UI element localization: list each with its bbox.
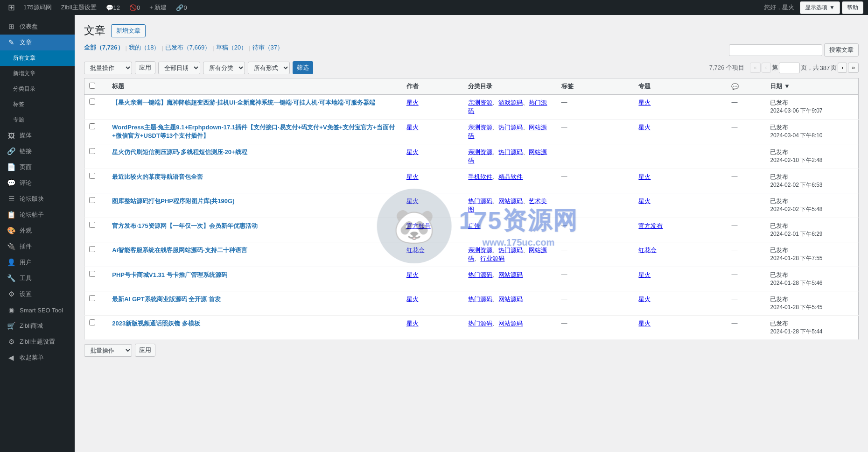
sidebar-item-collapse[interactable]: ◀ 收起菜单 [0,350,75,366]
category-filter-select[interactable]: 所有分类 [203,62,245,74]
category-link[interactable]: 广告 [468,222,480,229]
category-link[interactable]: 精品软件 [498,173,523,180]
post-title-link[interactable]: PHP号卡商城V1.31 号卡推广管理系统源码 [112,271,227,278]
apply-button[interactable]: 应用 [135,61,155,74]
row-checkbox[interactable] [89,148,95,154]
post-title-link[interactable]: 星火仿代刷短信测压源码·多线程短信测压·20+线程 [112,148,247,155]
sidebar-item-forum-sections[interactable]: ☰ 论坛版块 [0,191,75,207]
sidebar-item-add-post[interactable]: 新增文章 [0,66,75,81]
adminbar-spam[interactable]: 🚫 0 [126,0,144,15]
current-page-input[interactable]: 1 [779,63,800,73]
last-page-button[interactable]: » [848,63,859,73]
date-filter-select[interactable]: 全部日期 [158,62,200,74]
category-link[interactable]: 热门源码 [468,320,492,327]
category-link[interactable]: 亲测资源 [468,247,492,254]
sidebar-item-topics[interactable]: 专题 [0,112,75,127]
author-link[interactable]: 星火 [406,99,419,106]
adminbar-comments[interactable]: 💬 12 [102,0,124,15]
post-title-link[interactable]: 图库整站源码打包PHP程序附图片库(共190G) [112,198,234,205]
sidebar-item-dashboard[interactable]: ⊞ 仪表盘 [0,19,75,35]
category-link[interactable]: 亲测资源 [468,99,492,106]
filter-all[interactable]: 全部（7,726） [84,43,124,52]
category-link[interactable]: 网站源码 [498,271,523,278]
bulk-actions-select-bottom[interactable]: 批量操作 移至回收站 [84,344,132,357]
filter-pending[interactable]: 待审（37） [252,43,283,52]
category-link[interactable]: 网站源码 [498,198,523,205]
sidebar-item-tags[interactable]: 标签 [0,97,75,112]
filter-draft[interactable]: 草稿（20） [216,43,247,52]
add-new-post-button[interactable]: 新增文章 [111,24,146,37]
post-title-link[interactable]: 官方发布·175资源网【一年仅一次】会员新年优惠活动 [112,222,257,229]
sidebar-item-zibll-shop[interactable]: 🛒 Zibll商城 [0,318,75,334]
featured-link[interactable]: 星火 [638,198,651,205]
adminbar-greeting[interactable]: 您好，星火 [760,0,798,15]
category-link[interactable]: 游戏源码 [498,99,523,106]
col-header-comments[interactable]: 💬 [727,78,765,95]
featured-link[interactable]: 红花会 [638,247,657,254]
category-link[interactable]: 热门源码 [498,148,523,155]
category-link[interactable]: 亲测资源 [468,148,492,155]
category-link[interactable]: 亲测资源 [468,124,492,131]
sidebar-item-categories[interactable]: 分类目录 [0,81,75,97]
post-title-link[interactable]: 2023新版视频通话照妖镜 多模板 [112,320,200,327]
featured-link[interactable]: 星火 [638,320,651,327]
sidebar-item-all-posts[interactable]: 所有文章 [0,50,75,66]
first-page-button[interactable]: « [750,63,761,73]
author-link[interactable]: 星火 [406,198,419,205]
category-link[interactable]: 行业源码 [480,255,504,262]
author-link[interactable]: 星火 [406,148,419,155]
sidebar-item-pages[interactable]: 📄 页面 [0,159,75,175]
featured-link[interactable]: 星火 [638,173,651,180]
col-header-title[interactable]: 标题 [107,78,401,95]
search-input[interactable] [729,44,822,56]
category-link[interactable]: 网站源码 [498,320,523,327]
sidebar-item-posts[interactable]: ✎ 文章 [0,35,75,50]
sidebar-item-forum-posts[interactable]: 📋 论坛帖子 [0,207,75,223]
author-link[interactable]: 星火 [406,296,419,303]
post-title-link[interactable]: WordPress主题·兔主题9.1+Erphpdown-17.1插件【支付接口… [112,124,394,139]
row-checkbox[interactable] [89,197,95,203]
row-checkbox[interactable] [89,99,95,105]
author-link[interactable]: 星火 [406,124,419,131]
featured-link[interactable]: 星火 [638,124,651,131]
filter-published[interactable]: 已发布（7,669） [165,43,211,52]
filter-mine[interactable]: 我的（18） [129,43,160,52]
prev-page-button[interactable]: ‹ [762,63,771,73]
category-link[interactable]: 热门源码 [498,247,523,254]
row-checkbox[interactable] [89,173,95,179]
sidebar-item-settings[interactable]: ⚙ 设置 [0,286,75,302]
featured-link[interactable]: 星火 [638,296,651,303]
sidebar-item-appearance[interactable]: 🎨 外观 [0,223,75,239]
category-link[interactable]: 热门源码 [468,271,492,278]
next-page-button[interactable]: › [838,63,847,73]
row-checkbox[interactable] [89,222,95,228]
format-filter-select[interactable]: 所有形式 [248,62,290,74]
sidebar-item-tools[interactable]: 🔧 工具 [0,270,75,286]
display-options-button[interactable]: 显示选项 ▼ [800,1,840,14]
author-link[interactable]: 星火 [406,271,419,278]
adminbar-links[interactable]: 🔗 0 [172,0,190,15]
featured-link[interactable]: 星火 [638,271,651,278]
row-checkbox[interactable] [89,123,95,129]
author-link[interactable]: 星火 [406,320,419,327]
col-header-date[interactable]: 日期 ▼ [765,78,858,95]
featured-link[interactable]: 官方发布 [638,222,663,229]
adminbar-theme-settings[interactable]: Zibll主题设置 [57,0,100,15]
adminbar-site-name[interactable]: 175源码网 [20,0,56,15]
sidebar-item-plugins[interactable]: 🔌 插件 [0,239,75,254]
category-link[interactable]: 热门源码 [468,198,492,205]
sidebar-item-links[interactable]: 🔗 链接 [0,143,75,159]
row-checkbox[interactable] [89,271,95,277]
help-button[interactable]: 帮助 [842,1,863,14]
bulk-actions-select[interactable]: 批量操作 移至回收站 [84,62,132,74]
adminbar-new[interactable]: + 新建 [146,0,170,15]
select-all-checkbox[interactable] [89,83,95,89]
category-link[interactable]: 手机软件 [468,173,492,180]
category-link[interactable]: 热门源码 [468,296,492,303]
author-link[interactable]: 官方账号 [406,222,431,229]
featured-link[interactable]: 星火 [638,99,651,106]
post-title-link[interactable]: 最新AI GPT系统商业版源码 全开源 首发 [112,296,221,303]
sidebar-item-comments[interactable]: 💬 评论 [0,175,75,191]
search-button[interactable]: 搜索文章 [824,43,859,56]
post-title-link[interactable]: 最近比较火的某度导航语音包全套 [112,173,203,180]
